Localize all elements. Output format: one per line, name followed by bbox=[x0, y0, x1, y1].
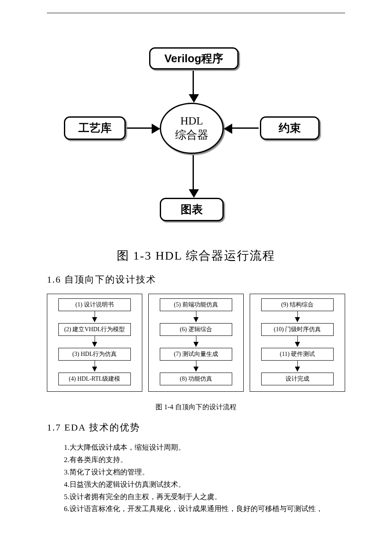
arrowhead-icon bbox=[224, 124, 232, 134]
node-constraints: 约束 bbox=[260, 116, 320, 140]
list-item: 2.有各类库的支持。 bbox=[64, 454, 345, 466]
figure-1-3-caption: 图 1-3 HDL 综合器运行流程 bbox=[47, 248, 345, 264]
arrow-down-icon bbox=[295, 311, 300, 323]
arrowhead-icon bbox=[189, 94, 199, 103]
flow-step: (3) HDL行为仿真 bbox=[58, 348, 131, 361]
list-item: 3.简化了设计文档的管理。 bbox=[64, 466, 345, 479]
arrow-down-icon bbox=[193, 361, 199, 373]
figure-1-4-caption: 图 1-4 自顶向下的设计流程 bbox=[47, 403, 345, 412]
arrow-down-icon bbox=[193, 311, 199, 323]
arrow-down-icon bbox=[193, 336, 199, 348]
list-item: 4.日益强大的逻辑设计仿真测试技术。 bbox=[64, 479, 345, 491]
flow-step: (2) 建立VHDL行为模型 bbox=[58, 323, 131, 336]
page-header-rule bbox=[47, 13, 345, 13]
section-1-7-heading: 1.7 EDA 技术的优势 bbox=[47, 421, 345, 434]
advantages-list: 1.大大降低设计成本，缩短设计周期。 2.有各类库的支持。 3.简化了设计文档的… bbox=[47, 442, 345, 515]
arrow-left-icon bbox=[232, 127, 259, 129]
arrow-down-icon bbox=[193, 155, 194, 189]
flow-step: (6) 逻辑综合 bbox=[160, 323, 232, 336]
flow-step: 设计完成 bbox=[261, 373, 334, 385]
list-item: 6.设计语言标准化，开发工具规化，设计成果通用性，良好的可移植与可测试性， bbox=[64, 503, 345, 515]
flow-step: (7) 测试向量生成 bbox=[160, 348, 232, 361]
flow-step: (5) 前端功能仿真 bbox=[160, 298, 232, 311]
arrow-down-icon bbox=[295, 336, 300, 348]
flow-column-3: (9) 结构综合 (10) 门级时序仿真 (11) 硬件测试 设计完成 bbox=[250, 294, 345, 392]
flow-step: (9) 结构综合 bbox=[261, 298, 334, 311]
arrow-down-icon bbox=[92, 336, 97, 348]
list-item: 1.大大降低设计成本，缩短设计周期。 bbox=[64, 442, 345, 454]
flow-step: (4) HDL-RTL级建模 bbox=[58, 373, 131, 385]
node-verilog-program: Verilog程序 bbox=[149, 47, 239, 69]
flow-column-1: (1) 设计说明书 (2) 建立VHDL行为模型 (3) HDL行为仿真 (4)… bbox=[47, 294, 142, 392]
node-center-line2: 综合器 bbox=[175, 127, 208, 142]
figure-1-3-diagram: Verilog程序 工艺库 约束 HDL 综合器 图表 bbox=[64, 47, 328, 235]
arrow-down-icon bbox=[92, 311, 97, 323]
arrow-down-icon bbox=[193, 71, 194, 94]
node-center-line1: HDL bbox=[180, 115, 203, 127]
node-chart: 图表 bbox=[160, 198, 224, 221]
arrow-right-icon bbox=[127, 127, 152, 129]
flow-step: (10) 门级时序仿真 bbox=[261, 323, 334, 336]
flow-step: (11) 硬件测试 bbox=[261, 348, 334, 361]
flow-column-2: (5) 前端功能仿真 (6) 逻辑综合 (7) 测试向量生成 (8) 功能仿真 bbox=[148, 294, 244, 392]
node-hdl-synthesizer: HDL 综合器 bbox=[160, 103, 224, 154]
arrowhead-icon bbox=[152, 124, 160, 134]
node-process-library: 工艺库 bbox=[64, 116, 126, 140]
figure-1-4-flowchart: (1) 设计说明书 (2) 建立VHDL行为模型 (3) HDL行为仿真 (4)… bbox=[47, 294, 345, 392]
flow-step: (1) 设计说明书 bbox=[58, 298, 131, 311]
arrow-down-icon bbox=[295, 361, 300, 373]
list-item: 5.设计者拥有完全的自主权，再无受制于人之虞。 bbox=[64, 491, 345, 503]
flow-step: (8) 功能仿真 bbox=[160, 373, 232, 385]
arrow-down-icon bbox=[92, 361, 97, 373]
section-1-6-heading: 1.6 自顶向下的设计技术 bbox=[47, 273, 345, 286]
arrowhead-icon bbox=[189, 189, 199, 198]
